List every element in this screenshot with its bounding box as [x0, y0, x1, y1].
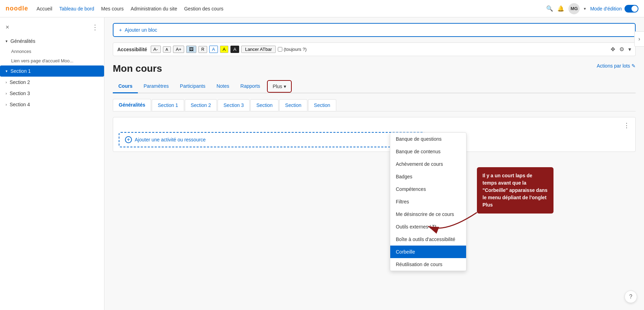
- dropdown-banque-questions[interactable]: Banque de questions: [390, 133, 466, 145]
- dropdown-achevement[interactable]: Achèvement de cours: [390, 158, 466, 170]
- sidebar-label-generalites: Généralités: [10, 38, 36, 44]
- dropdown-filtres[interactable]: Filtres: [390, 195, 466, 208]
- tab-participants[interactable]: Participants: [174, 80, 211, 93]
- sidebar-section-3: › Section 3: [0, 88, 104, 99]
- section-tab-5[interactable]: Section: [279, 99, 307, 111]
- plus-circle-icon: +: [125, 136, 132, 143]
- accessibility-bar: Accessibilité A- A A+ 🖼 R A A A Lancer A…: [113, 42, 636, 56]
- pencil-icon: ✎: [631, 63, 636, 69]
- main-content: + Ajouter un bloc Accessibilité A- A A+ …: [104, 17, 644, 310]
- chevron-generalites: ▾: [6, 39, 8, 44]
- tab-cours[interactable]: Cours: [113, 80, 138, 93]
- access-right-icons: ✥ ⚙ ▾: [611, 46, 631, 53]
- move-icon[interactable]: ✥: [611, 46, 615, 53]
- dropdown-desinscrire[interactable]: Me désinscrire de ce cours: [390, 208, 466, 220]
- course-tabs: Cours Paramètres Participants Notes Rapp…: [113, 80, 636, 93]
- edit-mode-label: Mode d'édition: [590, 6, 622, 11]
- bell-icon[interactable]: 🔔: [557, 5, 564, 12]
- dropdown-competences[interactable]: Compétences: [390, 183, 466, 195]
- sidebar-top-actions: × ⋮: [0, 22, 104, 36]
- sidebar-sub-annonces[interactable]: Annonces: [0, 47, 104, 56]
- nav-gestion[interactable]: Gestion des cours: [184, 6, 223, 11]
- question-mark-icon: ?: [629, 294, 633, 300]
- reset-btn[interactable]: R: [198, 46, 207, 53]
- navbar-right: 🔍 🔔 MG ▾ Mode d'édition: [546, 3, 638, 14]
- main-layout: × ⋮ ▾ Généralités Annonces Lien vers pag…: [0, 17, 644, 310]
- nav-admin[interactable]: Administration du site: [131, 6, 177, 11]
- sidebar-item-section4[interactable]: › Section 4: [0, 99, 104, 110]
- tab-plus[interactable]: Plus ▾: [267, 80, 291, 93]
- sidebar-item-section3[interactable]: › Section 3: [0, 88, 104, 99]
- font-decrease-btn[interactable]: A-: [151, 46, 161, 53]
- add-block-label: Ajouter un bloc: [125, 27, 157, 33]
- sidebar-sub-lien[interactable]: Lien vers page d'accueil Moo...: [0, 56, 104, 65]
- section-tab-3[interactable]: Section 3: [218, 99, 250, 111]
- section-tab-generalites[interactable]: Généralités: [113, 99, 151, 111]
- launch-atbar-btn[interactable]: Lancer ATbar: [241, 46, 276, 53]
- tooltip-annotation: Il y a un court laps de temps avant que …: [477, 167, 553, 214]
- chevron-section3: ›: [6, 91, 7, 95]
- tab-notes[interactable]: Notes: [211, 80, 235, 93]
- always-label: (toujours ?): [284, 47, 307, 52]
- sidebar-section-1: ▾ Section 1: [0, 65, 104, 77]
- plus-dropdown-menu: Banque de questions Banque de contenus A…: [390, 132, 466, 271]
- nav-mes-cours[interactable]: Mes cours: [101, 6, 124, 11]
- nav-tableau[interactable]: Tableau de bord: [59, 6, 94, 11]
- sidebar-section-generalites: ▾ Généralités Annonces Lien vers page d'…: [0, 36, 104, 65]
- nav-links: Accueil Tableau de bord Mes cours Admini…: [37, 6, 223, 11]
- sidebar-label-section2: Section 2: [10, 79, 30, 85]
- always-checkbox[interactable]: [278, 47, 282, 52]
- plus-tab-label: Plus: [273, 84, 282, 89]
- sidebar-section-4: › Section 4: [0, 99, 104, 110]
- section-more-icon[interactable]: ⋮: [623, 122, 630, 129]
- tooltip-text: Il y a un court laps de temps avant que …: [482, 173, 548, 208]
- user-avatar[interactable]: MG: [568, 3, 580, 14]
- actions-par-lots-btn[interactable]: Actions par lots ✎: [597, 63, 636, 69]
- contrast-btn1[interactable]: A: [209, 46, 218, 53]
- sidebar-item-generalites[interactable]: ▾ Généralités: [0, 36, 104, 47]
- dropdown-banque-contenus[interactable]: Banque de contenus: [390, 145, 466, 158]
- sidebar-close-icon[interactable]: ×: [6, 24, 9, 31]
- section-tab-4[interactable]: Section: [250, 99, 278, 111]
- navbar: noodle Accueil Tableau de bord Mes cours…: [0, 0, 644, 17]
- sidebar-label-section3: Section 3: [10, 91, 30, 96]
- edit-mode-toggle[interactable]: Mode d'édition: [590, 5, 638, 13]
- font-increase-btn[interactable]: A+: [173, 46, 184, 53]
- sidebar-item-section1[interactable]: ▾ Section 1: [0, 65, 104, 77]
- dropdown-corbeille[interactable]: Corbeille: [390, 246, 466, 258]
- tab-parametres[interactable]: Paramètres: [138, 80, 174, 93]
- help-button[interactable]: ?: [625, 290, 637, 303]
- tab-rapports[interactable]: Rapports: [235, 80, 266, 93]
- chevron-section4: ›: [6, 102, 7, 107]
- content-section: ⋮ + Ajouter une activité ou ressource: [113, 117, 636, 152]
- course-title: Mon cours: [113, 63, 162, 74]
- chevron-down-icon[interactable]: ▾: [584, 6, 586, 11]
- dropdown-reutilisation[interactable]: Réutilisation de cours: [390, 258, 466, 271]
- sidebar-label-section4: Section 4: [10, 102, 30, 107]
- add-block-button[interactable]: + Ajouter un bloc: [113, 23, 636, 37]
- contrast-btn2[interactable]: A: [220, 46, 229, 53]
- gear-icon[interactable]: ⚙: [619, 46, 624, 53]
- sidebar-more-icon[interactable]: ⋮: [92, 23, 99, 31]
- section-tab-6[interactable]: Section: [308, 99, 336, 111]
- contrast-btn3[interactable]: A: [230, 46, 239, 53]
- dropdown-icon[interactable]: ▾: [628, 46, 631, 53]
- sidebar-label-section1: Section 1: [10, 68, 31, 74]
- font-normal-btn[interactable]: A: [163, 46, 171, 53]
- sidebar-item-section2[interactable]: › Section 2: [0, 77, 104, 88]
- add-activity-button[interactable]: + Ajouter une activité ou ressource: [119, 132, 425, 147]
- sidebar: × ⋮ ▾ Généralités Annonces Lien vers pag…: [0, 17, 104, 310]
- chevron-section1: ▾: [6, 69, 8, 73]
- dropdown-boite-accessibilite[interactable]: Boîte à outils d'accessibilité: [390, 233, 466, 246]
- dropdown-badges[interactable]: Badges: [390, 170, 466, 183]
- image-btn[interactable]: 🖼: [186, 46, 196, 53]
- search-icon[interactable]: 🔍: [546, 5, 553, 12]
- nav-accueil[interactable]: Accueil: [37, 6, 52, 11]
- section-tab-1[interactable]: Section 1: [152, 99, 184, 111]
- section-tab-2[interactable]: Section 2: [185, 99, 217, 111]
- dropdown-outils-lti[interactable]: Outils externes LTI: [390, 220, 466, 233]
- plus-icon: +: [119, 27, 122, 33]
- edit-toggle-switch[interactable]: [625, 5, 638, 13]
- sidebar-collapse-button[interactable]: ›: [634, 31, 644, 47]
- always-checkbox-label: (toujours ?): [278, 47, 307, 52]
